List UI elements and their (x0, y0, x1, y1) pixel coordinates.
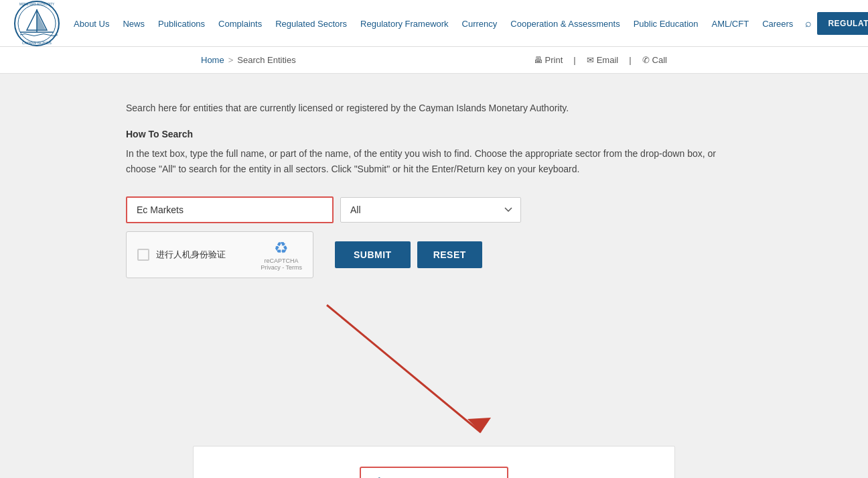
nav-item-currency[interactable]: Currency (455, 18, 504, 29)
captcha-label: 进行人机身份验证 (156, 249, 254, 261)
call-action[interactable]: ✆ Call (642, 55, 667, 65)
reset-button[interactable]: RESET (417, 241, 482, 268)
search-input-wrapper (126, 196, 334, 223)
nav-item-news[interactable]: News (116, 18, 151, 29)
nav-item-aml-cft[interactable]: AML/CFT (705, 18, 756, 29)
nav-item-complaints[interactable]: Complaints (212, 18, 269, 29)
nav-links: About Us News Publications Complaints Re… (67, 18, 800, 29)
breadcrumb-current: Search Entities (237, 55, 295, 65)
print-label[interactable]: Print (545, 55, 563, 65)
captcha-widget[interactable]: 进行人机身份验证 ♻ reCAPTCHA Privacy - Terms (126, 231, 313, 278)
sector-select[interactable]: All Banking Insurance Mutual Funds Secur… (340, 197, 521, 223)
nav-item-cooperation-assessments[interactable]: Cooperation & Assessments (504, 18, 626, 29)
logo[interactable]: CAYMAN ISLANDS MONETARY AUTHORITY (13, 0, 60, 47)
breadcrumb-separator: > (228, 55, 234, 65)
recaptcha-terms: Privacy - Terms (261, 264, 302, 271)
entity-name-input[interactable] (126, 196, 334, 223)
search-instructions: In the text box, type the full name, or … (126, 146, 742, 176)
nav-item-regulated-sectors[interactable]: Regulated Sectors (269, 18, 354, 29)
results-area: ℹ Name of entity not found. (193, 446, 675, 478)
breadcrumb-bar: Home > Search Entities 🖶 Print | ✉ Email… (0, 47, 868, 74)
search-icon[interactable]: ⌕ (800, 17, 817, 29)
nav-item-public-education[interactable]: Public Education (627, 18, 705, 29)
recaptcha-brand: reCAPTCHA (265, 257, 299, 264)
divider-2: | (629, 55, 631, 65)
print-action[interactable]: 🖶 Print (534, 55, 563, 65)
red-arrow-svg (307, 298, 521, 446)
breadcrumb-home[interactable]: Home (201, 55, 224, 65)
submit-button[interactable]: SUBMIT (335, 241, 411, 268)
divider-1: | (573, 55, 575, 65)
nav-item-regulatory-framework[interactable]: Regulatory Framework (354, 18, 455, 29)
captcha-checkbox[interactable] (137, 249, 149, 261)
email-label[interactable]: Email (597, 55, 619, 65)
email-icon: ✉ (587, 55, 594, 65)
captcha-logo: ♻ reCAPTCHA Privacy - Terms (261, 239, 302, 271)
navbar: CAYMAN ISLANDS MONETARY AUTHORITY About … (0, 0, 868, 47)
breadcrumb: Home > Search Entities (201, 55, 296, 65)
phone-icon: ✆ (642, 55, 650, 65)
nav-item-publications[interactable]: Publications (151, 18, 212, 29)
captcha-row: 进行人机身份验证 ♻ reCAPTCHA Privacy - Terms SUB… (126, 231, 568, 278)
search-form: All Banking Insurance Mutual Funds Secur… (126, 196, 568, 278)
svg-marker-3 (37, 12, 46, 29)
search-row: All Banking Insurance Mutual Funds Secur… (126, 196, 568, 223)
how-to-search-title: How To Search (126, 129, 742, 139)
svg-text:MONETARY AUTHORITY: MONETARY AUTHORITY (19, 3, 54, 6)
call-label[interactable]: Call (652, 55, 667, 65)
email-action[interactable]: ✉ Email (587, 55, 619, 65)
print-icon: 🖶 (534, 55, 542, 65)
form-buttons: SUBMIT RESET (335, 241, 482, 268)
search-description: Search here for entities that are curren… (126, 101, 742, 115)
svg-line-8 (327, 305, 481, 432)
nav-item-careers[interactable]: Careers (755, 18, 800, 29)
main-content: Search here for entities that are curren… (113, 74, 755, 478)
recaptcha-icon: ♻ (274, 239, 289, 257)
arrow-area (126, 298, 742, 446)
nav-item-about-us[interactable]: About Us (67, 18, 116, 29)
svg-text:CAYMAN ISLANDS: CAYMAN ISLANDS (22, 41, 52, 45)
regulated-entities-button[interactable]: REGULATED ENTITIES (817, 12, 868, 35)
not-found-message: ℹ Name of entity not found. (360, 467, 508, 478)
breadcrumb-actions: 🖶 Print | ✉ Email | ✆ Call (534, 55, 667, 65)
